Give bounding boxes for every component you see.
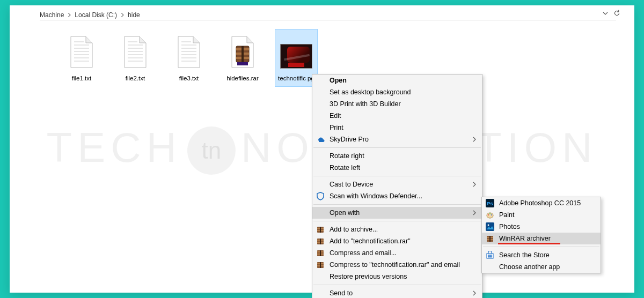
svg-rect-42 <box>320 262 321 268</box>
refresh-icon[interactable] <box>613 10 620 17</box>
winrar-icon <box>316 236 325 246</box>
address-underline <box>40 20 616 20</box>
submenu-photoshop[interactable]: Ps Adobe Photoshop CC 2015 <box>482 197 601 209</box>
chevron-right-icon <box>67 13 71 17</box>
submenu-photos[interactable]: Photos <box>482 221 601 233</box>
context-menu: Open Set as desktop background 3D Print … <box>312 74 482 298</box>
breadcrumb-node[interactable]: Machine <box>40 11 64 19</box>
file-item-selected[interactable]: technotific pg <box>275 29 318 87</box>
skydrive-icon <box>316 135 325 144</box>
menu-set-desktop-background[interactable]: Set as desktop background <box>312 86 482 98</box>
svg-point-48 <box>491 214 492 215</box>
rar-file-icon <box>226 33 259 71</box>
file-label: technotific pg <box>278 74 314 82</box>
menu-separator <box>483 247 599 247</box>
menu-send-to[interactable]: Send to <box>312 287 482 298</box>
menu-rotate-right[interactable]: Rotate right <box>312 150 482 162</box>
breadcrumb[interactable]: Machine Local Disk (C:) hide <box>40 10 613 20</box>
menu-rotate-left[interactable]: Rotate left <box>312 162 482 174</box>
file-label: file2.txt <box>126 74 145 82</box>
submenu-winrar[interactable]: WinRAR archiver <box>482 233 601 244</box>
photoshop-icon: Ps <box>485 198 495 208</box>
svg-point-47 <box>489 213 491 214</box>
file-grid: file1.txt file2.txt <box>60 29 318 87</box>
menu-open[interactable]: Open <box>312 74 482 86</box>
submenu-search-store[interactable]: Search the Store <box>482 249 601 261</box>
menu-separator <box>313 147 481 148</box>
chevron-right-icon <box>472 182 477 187</box>
menu-add-to-archive[interactable]: Add to archive... <box>312 224 482 235</box>
photos-icon <box>485 222 495 232</box>
file-label: hidefiles.rar <box>226 74 258 82</box>
winrar-icon <box>316 248 325 258</box>
store-icon <box>485 250 495 260</box>
menu-skydrive-pro[interactable]: SkyDrive Pro <box>312 133 482 145</box>
svg-rect-30 <box>320 227 321 233</box>
menu-3d-print[interactable]: 3D Print with 3D Builder <box>312 98 482 110</box>
svg-point-50 <box>488 225 489 226</box>
submenu-choose-another-app[interactable]: Choose another app <box>482 261 601 273</box>
breadcrumb-node[interactable]: Local Disk (C:) <box>75 11 117 19</box>
annotation-underline <box>498 243 560 244</box>
menu-print[interactable]: Print <box>312 122 482 133</box>
winrar-icon <box>316 225 325 234</box>
file-item[interactable]: file3.txt <box>167 29 210 87</box>
text-file-icon <box>65 33 98 71</box>
file-label: file3.txt <box>179 74 199 82</box>
submenu-paint[interactable]: Paint <box>482 209 601 221</box>
menu-open-with[interactable]: Open with <box>312 207 482 219</box>
svg-rect-25 <box>241 46 244 62</box>
menu-separator <box>313 176 481 176</box>
svg-rect-59 <box>491 256 492 258</box>
breadcrumb-node[interactable]: hide <box>128 11 140 19</box>
file-item[interactable]: file2.txt <box>114 29 157 87</box>
menu-add-to-named-rar[interactable]: Add to "technotification.rar" <box>312 235 482 247</box>
chevron-right-icon <box>472 290 477 296</box>
menu-compress-named-and-email[interactable]: Compress to "technotification.rar" and e… <box>312 259 482 271</box>
svg-rect-56 <box>488 255 490 256</box>
svg-rect-26 <box>237 62 248 65</box>
winrar-icon <box>316 260 325 270</box>
svg-rect-54 <box>489 236 491 242</box>
openwith-submenu: Ps Adobe Photoshop CC 2015 Paint Photos … <box>481 197 601 273</box>
menu-scan-defender[interactable]: Scan with Windows Defender... <box>312 190 482 202</box>
menu-edit[interactable]: Edit <box>312 110 482 122</box>
menu-separator <box>313 285 481 285</box>
text-file-icon <box>119 33 151 71</box>
svg-text:Ps: Ps <box>487 201 493 206</box>
menu-cast-to-device[interactable]: Cast to Device <box>312 178 482 190</box>
image-thumbnail-icon <box>280 33 312 71</box>
chevron-down-icon[interactable] <box>603 11 608 16</box>
svg-rect-55 <box>487 254 493 258</box>
chevron-right-icon <box>472 210 477 215</box>
svg-rect-49 <box>486 222 494 231</box>
svg-rect-57 <box>491 255 492 256</box>
shield-icon <box>316 191 325 201</box>
file-item[interactable]: hidefiles.rar <box>221 29 264 87</box>
menu-separator <box>313 204 481 205</box>
menu-compress-and-email[interactable]: Compress and email... <box>312 247 482 259</box>
paint-icon <box>485 210 495 220</box>
winrar-icon <box>485 234 495 243</box>
file-item[interactable]: file1.txt <box>60 29 103 87</box>
chevron-right-icon <box>120 13 125 17</box>
text-file-icon <box>173 33 205 71</box>
svg-rect-58 <box>488 256 490 258</box>
svg-rect-38 <box>320 250 321 256</box>
menu-restore-previous-versions[interactable]: Restore previous versions <box>312 271 482 282</box>
file-label: file1.txt <box>72 74 91 82</box>
menu-separator <box>313 221 481 221</box>
explorer-window: TECHtnNOTIFICATION Machine Local Disk (C… <box>10 5 634 293</box>
chevron-right-icon <box>472 137 477 142</box>
svg-rect-34 <box>320 239 321 244</box>
svg-point-46 <box>488 214 489 215</box>
